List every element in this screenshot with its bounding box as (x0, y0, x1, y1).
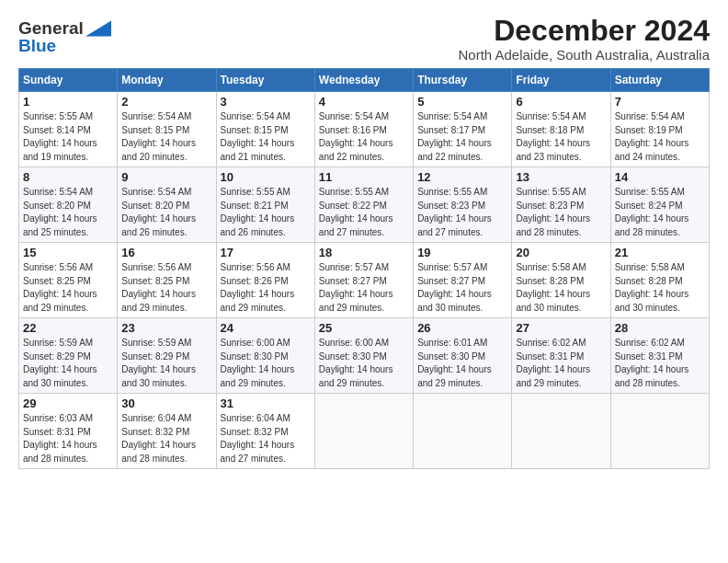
day-number: 27 (516, 321, 606, 335)
day-number: 19 (417, 246, 507, 259)
cell-content: Sunrise: 6:03 AMSunset: 8:31 PMDaylight:… (23, 413, 97, 464)
table-row: 16 Sunrise: 5:56 AMSunset: 8:25 PMDaylig… (118, 243, 216, 318)
table-row: 30 Sunrise: 6:04 AMSunset: 8:32 PMDaylig… (118, 394, 216, 469)
table-row (414, 394, 512, 469)
table-row: 4 Sunrise: 5:54 AMSunset: 8:16 PMDayligh… (314, 92, 413, 167)
cell-content: Sunrise: 5:55 AMSunset: 8:23 PMDaylight:… (417, 187, 492, 237)
main-title: December 2024 (458, 15, 710, 47)
cell-content: Sunrise: 5:55 AMSunset: 8:21 PMDaylight:… (221, 187, 295, 237)
day-number: 23 (121, 321, 211, 335)
cell-content: Sunrise: 5:55 AMSunset: 8:14 PMDaylight:… (23, 111, 97, 162)
logo-icon (85, 20, 111, 37)
day-number: 24 (221, 321, 311, 335)
table-row: 24 Sunrise: 6:00 AMSunset: 8:30 PMDaylig… (216, 318, 314, 394)
table-row: 1 Sunrise: 5:55 AMSunset: 8:14 PMDayligh… (19, 92, 118, 167)
day-number: 13 (516, 170, 606, 184)
table-row: 29 Sunrise: 6:03 AMSunset: 8:31 PMDaylig… (19, 394, 118, 469)
cell-content: Sunrise: 5:54 AMSunset: 8:18 PMDaylight:… (516, 111, 590, 162)
table-row: 14 Sunrise: 5:55 AMSunset: 8:24 PMDaylig… (610, 167, 709, 243)
table-row: 11 Sunrise: 5:55 AMSunset: 8:22 PMDaylig… (314, 167, 413, 243)
col-friday: Friday (512, 69, 610, 92)
day-number: 16 (121, 246, 211, 259)
cell-content: Sunrise: 5:54 AMSunset: 8:15 PMDaylight:… (121, 111, 196, 162)
table-row: 15 Sunrise: 5:56 AMSunset: 8:25 PMDaylig… (19, 243, 118, 318)
day-number: 30 (121, 396, 211, 410)
cell-content: Sunrise: 6:00 AMSunset: 8:30 PMDaylight:… (221, 338, 295, 388)
cell-content: Sunrise: 6:02 AMSunset: 8:31 PMDaylight:… (516, 338, 590, 388)
day-number: 8 (23, 170, 113, 184)
day-number: 12 (417, 170, 507, 184)
cell-content: Sunrise: 5:57 AMSunset: 8:27 PMDaylight:… (319, 262, 393, 313)
table-row: 22 Sunrise: 5:59 AMSunset: 8:29 PMDaylig… (19, 318, 118, 394)
table-row: 26 Sunrise: 6:01 AMSunset: 8:30 PMDaylig… (414, 318, 512, 394)
table-row: 9 Sunrise: 5:54 AMSunset: 8:20 PMDayligh… (118, 167, 216, 243)
day-number: 1 (23, 95, 113, 109)
day-number: 11 (319, 170, 409, 184)
table-row: 5 Sunrise: 5:54 AMSunset: 8:17 PMDayligh… (414, 92, 512, 167)
table-row: 20 Sunrise: 5:58 AMSunset: 8:28 PMDaylig… (512, 243, 610, 318)
day-number: 26 (417, 321, 507, 335)
table-row: 31 Sunrise: 6:04 AMSunset: 8:32 PMDaylig… (216, 394, 314, 469)
table-row (314, 394, 413, 469)
cell-content: Sunrise: 5:57 AMSunset: 8:27 PMDaylight:… (417, 262, 492, 313)
cell-content: Sunrise: 5:59 AMSunset: 8:29 PMDaylight:… (121, 338, 196, 388)
logo-blue-text: Blue (18, 36, 56, 56)
day-number: 21 (615, 246, 705, 259)
table-row: 21 Sunrise: 5:58 AMSunset: 8:28 PMDaylig… (610, 243, 709, 318)
col-sunday: Sunday (19, 69, 118, 92)
day-number: 15 (23, 246, 113, 259)
day-number: 28 (615, 321, 705, 335)
cell-content: Sunrise: 5:56 AMSunset: 8:25 PMDaylight:… (121, 262, 196, 313)
calendar-week-row: 15 Sunrise: 5:56 AMSunset: 8:25 PMDaylig… (19, 243, 710, 318)
day-number: 14 (615, 170, 705, 184)
table-row: 7 Sunrise: 5:54 AMSunset: 8:19 PMDayligh… (610, 92, 709, 167)
day-number: 2 (121, 95, 211, 109)
table-row: 3 Sunrise: 5:54 AMSunset: 8:15 PMDayligh… (216, 92, 314, 167)
cell-content: Sunrise: 5:58 AMSunset: 8:28 PMDaylight:… (516, 262, 590, 313)
table-row: 27 Sunrise: 6:02 AMSunset: 8:31 PMDaylig… (512, 318, 610, 394)
calendar-week-row: 22 Sunrise: 5:59 AMSunset: 8:29 PMDaylig… (19, 318, 710, 394)
day-number: 9 (121, 170, 211, 184)
header: General Blue December 2024 North Adelaid… (18, 15, 710, 63)
cell-content: Sunrise: 5:56 AMSunset: 8:25 PMDaylight:… (23, 262, 97, 313)
cell-content: Sunrise: 5:55 AMSunset: 8:22 PMDaylight:… (319, 187, 393, 237)
cell-content: Sunrise: 5:54 AMSunset: 8:15 PMDaylight:… (221, 111, 295, 162)
cell-content: Sunrise: 5:54 AMSunset: 8:17 PMDaylight:… (417, 111, 492, 162)
logo: General Blue (18, 18, 111, 56)
calendar-header-row: Sunday Monday Tuesday Wednesday Thursday… (19, 69, 710, 92)
cell-content: Sunrise: 5:54 AMSunset: 8:19 PMDaylight:… (615, 111, 689, 162)
cell-content: Sunrise: 5:54 AMSunset: 8:16 PMDaylight:… (319, 111, 393, 162)
cell-content: Sunrise: 5:55 AMSunset: 8:23 PMDaylight:… (516, 187, 590, 237)
table-row: 23 Sunrise: 5:59 AMSunset: 8:29 PMDaylig… (118, 318, 216, 394)
table-row: 10 Sunrise: 5:55 AMSunset: 8:21 PMDaylig… (216, 167, 314, 243)
table-row: 2 Sunrise: 5:54 AMSunset: 8:15 PMDayligh… (118, 92, 216, 167)
day-number: 18 (319, 246, 409, 259)
calendar-week-row: 8 Sunrise: 5:54 AMSunset: 8:20 PMDayligh… (19, 167, 710, 243)
col-wednesday: Wednesday (314, 69, 413, 92)
table-row: 17 Sunrise: 5:56 AMSunset: 8:26 PMDaylig… (216, 243, 314, 318)
calendar-table: Sunday Monday Tuesday Wednesday Thursday… (18, 68, 710, 469)
day-number: 20 (516, 246, 606, 259)
day-number: 25 (319, 321, 409, 335)
col-thursday: Thursday (414, 69, 512, 92)
title-area: December 2024 North Adelaide, South Aust… (458, 15, 710, 63)
cell-content: Sunrise: 6:02 AMSunset: 8:31 PMDaylight:… (615, 338, 689, 388)
day-number: 31 (221, 396, 311, 410)
table-row: 8 Sunrise: 5:54 AMSunset: 8:20 PMDayligh… (19, 167, 118, 243)
cell-content: Sunrise: 5:54 AMSunset: 8:20 PMDaylight:… (121, 187, 196, 237)
col-monday: Monday (118, 69, 216, 92)
day-number: 29 (23, 396, 113, 410)
day-number: 7 (615, 95, 705, 109)
col-tuesday: Tuesday (216, 69, 314, 92)
cell-content: Sunrise: 5:59 AMSunset: 8:29 PMDaylight:… (23, 338, 97, 388)
col-saturday: Saturday (610, 69, 709, 92)
cell-content: Sunrise: 5:58 AMSunset: 8:28 PMDaylight:… (615, 262, 689, 313)
page: General Blue December 2024 North Adelaid… (0, 0, 728, 563)
table-row: 13 Sunrise: 5:55 AMSunset: 8:23 PMDaylig… (512, 167, 610, 243)
day-number: 22 (23, 321, 113, 335)
table-row: 12 Sunrise: 5:55 AMSunset: 8:23 PMDaylig… (414, 167, 512, 243)
day-number: 17 (221, 246, 311, 259)
table-row (610, 394, 709, 469)
table-row: 25 Sunrise: 6:00 AMSunset: 8:30 PMDaylig… (314, 318, 413, 394)
day-number: 4 (319, 95, 409, 109)
